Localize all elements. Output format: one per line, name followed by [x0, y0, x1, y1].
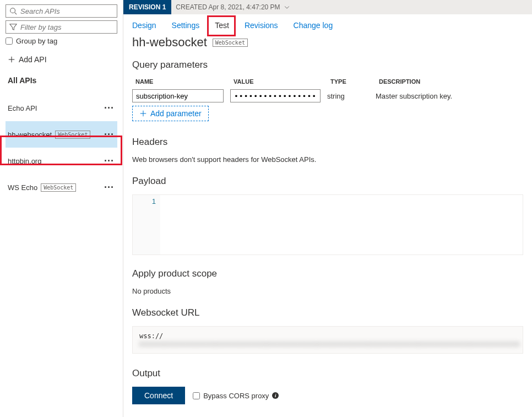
param-name-input[interactable] [132, 89, 224, 102]
revision-bar: REVISION 1 CREATED Apr 8, 2021, 4:47:20 … [123, 0, 532, 14]
more-icon[interactable]: ··· [104, 182, 114, 193]
connect-button[interactable]: Connect [132, 387, 185, 404]
tab-settings[interactable]: Settings [172, 21, 200, 30]
tab-test[interactable]: Test [215, 21, 229, 30]
headers-hint: Web browsers don't support headers for W… [132, 155, 523, 164]
payload-gutter: 1 [133, 195, 160, 254]
search-apis-wrap[interactable] [6, 4, 117, 18]
svg-point-0 [10, 8, 15, 13]
col-desc: DESCRIPTION [379, 78, 523, 85]
info-icon[interactable]: i [272, 392, 279, 399]
websocket-badge: WebSocket [41, 183, 76, 192]
filter-tags-input[interactable] [17, 23, 113, 31]
group-by-tag-checkbox[interactable] [6, 37, 13, 45]
tab-changelog[interactable]: Change log [294, 21, 333, 30]
plus-icon [139, 110, 147, 117]
add-parameter-label: Add parameter [150, 109, 202, 118]
websocket-badge: WebSocket [213, 39, 248, 47]
api-item-label: hh-websocket [8, 131, 52, 139]
websocket-url-redacted: aaaaaaaaaaaaaaaaaaaaaaaaaaaaaaaaaaaaaaaa… [139, 340, 520, 348]
col-type: TYPE [330, 78, 379, 85]
svg-line-1 [15, 13, 17, 15]
param-type: string [327, 92, 376, 100]
param-value-input[interactable] [230, 89, 321, 102]
revision-created[interactable]: CREATED Apr 8, 2021, 4:47:20 PM [171, 3, 294, 11]
query-parameters-title: Query parameters [132, 59, 523, 71]
api-item-label: Echo API [8, 104, 37, 112]
params-header: NAME VALUE TYPE DESCRIPTION [132, 78, 523, 85]
websocket-url-prefix: wss:// [139, 332, 163, 340]
no-products-text: No products [132, 287, 523, 295]
all-apis-header[interactable]: All APIs [6, 76, 117, 85]
payload-title: Payload [132, 176, 523, 187]
bypass-cors-wrap[interactable]: Bypass CORS proxy i [193, 392, 279, 400]
payload-textarea[interactable] [160, 195, 523, 254]
product-scope-title: Apply product scope [132, 268, 523, 279]
api-title: hh-websocket [132, 35, 207, 50]
bypass-cors-label: Bypass CORS proxy [203, 392, 269, 400]
more-icon[interactable]: ··· [104, 129, 114, 140]
more-icon[interactable]: ··· [104, 155, 114, 167]
api-item-httpbin[interactable]: httpbin.org ··· [6, 148, 117, 174]
websocket-badge: WebSocket [55, 131, 90, 139]
revision-created-label: CREATED Apr 8, 2021, 4:47:20 PM [176, 3, 280, 11]
api-item-wsecho[interactable]: WS Echo WebSocket ··· [6, 174, 117, 201]
chevron-down-icon [284, 4, 290, 10]
bypass-cors-checkbox[interactable] [193, 392, 200, 399]
websocket-url-box: wss://aaaaaaaaaaaaaaaaaaaaaaaaaaaaaaaaaa… [132, 326, 523, 354]
output-title: Output [132, 368, 523, 379]
group-by-tag-label: Group by tag [16, 37, 57, 45]
main: REVISION 1 CREATED Apr 8, 2021, 4:47:20 … [123, 0, 532, 417]
param-row: string Master subscription key. [132, 89, 523, 102]
api-item-label: WS Echo [8, 183, 37, 192]
add-api-label: Add API [19, 55, 47, 64]
content: hh-websocket WebSocket Query parameters … [123, 35, 532, 417]
revision-badge: REVISION 1 [123, 0, 171, 14]
tab-revisions[interactable]: Revisions [245, 21, 278, 30]
more-icon[interactable]: ··· [104, 102, 114, 114]
filter-tags-wrap[interactable] [6, 20, 117, 34]
api-item-echo[interactable]: Echo API ··· [6, 95, 117, 121]
payload-editor[interactable]: 1 [132, 194, 523, 255]
param-description: Master subscription key. [376, 92, 523, 100]
api-item-hhwebsocket[interactable]: hh-websocket WebSocket ··· [6, 121, 117, 148]
add-api-button[interactable]: Add API [8, 55, 117, 64]
search-apis-input[interactable] [17, 7, 113, 15]
sidebar: Group by tag Add API All APIs Echo API ·… [0, 0, 123, 417]
api-item-label: httpbin.org [8, 157, 41, 165]
tab-design[interactable]: Design [132, 21, 156, 30]
search-icon [9, 7, 17, 15]
tabs: Design Settings Test Revisions Change lo… [123, 14, 532, 35]
col-name: NAME [135, 78, 234, 85]
col-value: VALUE [234, 78, 330, 85]
plus-icon [8, 56, 15, 63]
add-parameter-button[interactable]: Add parameter [132, 106, 209, 121]
group-by-tag[interactable]: Group by tag [6, 37, 117, 45]
headers-title: Headers [132, 137, 523, 148]
filter-icon [9, 23, 17, 31]
websocket-url-title: Websocket URL [132, 307, 523, 318]
